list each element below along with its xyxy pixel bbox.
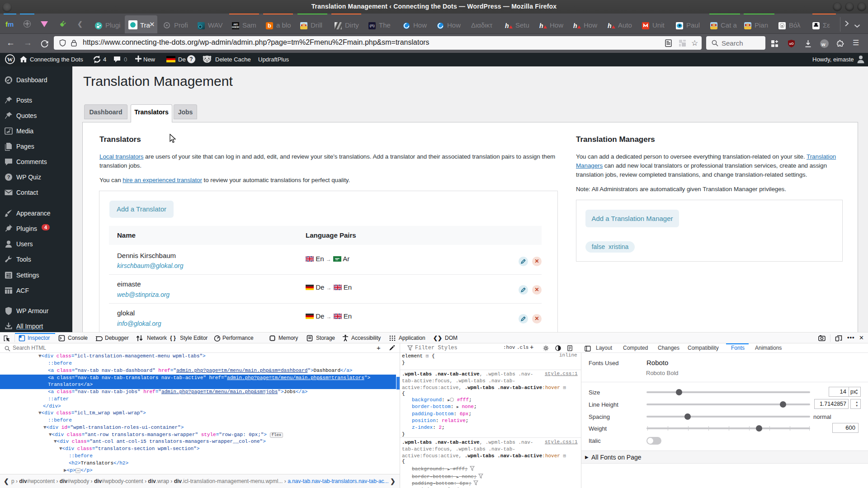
svg-text:W: W	[7, 56, 13, 63]
svg-text:?: ?	[7, 174, 10, 180]
svg-text:uO: uO	[789, 42, 794, 45]
